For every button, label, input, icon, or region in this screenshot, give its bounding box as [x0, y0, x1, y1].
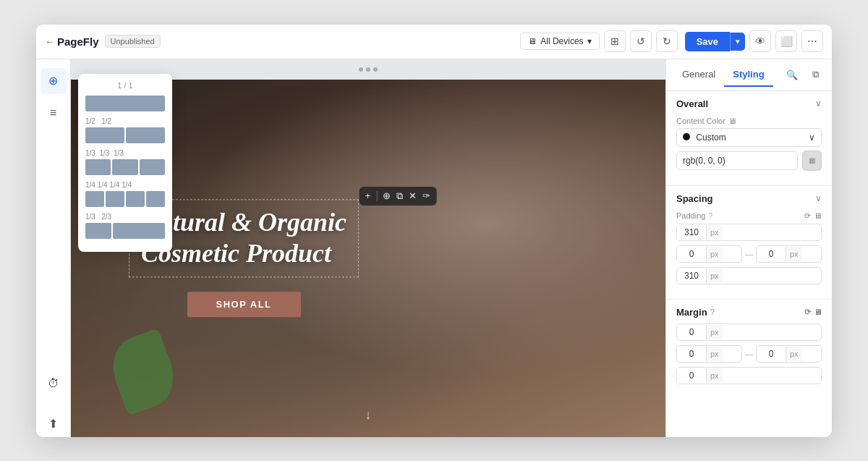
more-options-button[interactable]: ⋯: [801, 30, 823, 52]
margin-right-input[interactable]: [757, 346, 786, 362]
save-dropdown-button[interactable]: ▾: [730, 33, 745, 51]
sidebar-item-add[interactable]: ⊕: [41, 68, 67, 94]
color-input-row: ▦: [676, 151, 822, 171]
undo-button[interactable]: ↺: [630, 30, 652, 52]
padding-right-unit: px: [786, 247, 802, 261]
device-selector[interactable]: 🖥 All Devices ▾: [520, 33, 599, 50]
layout-panel-pager: 1 / 1: [85, 81, 165, 90]
toolbar-copy-icon[interactable]: ⧉: [396, 190, 403, 202]
margin-left-input-group: px: [676, 345, 742, 363]
back-button[interactable]: ← PageFly: [45, 35, 99, 48]
layout-panel: 1 / 1 1/2 1/2 1/3 1/3 1/3: [78, 74, 172, 252]
layout-label-half: 1/2 1/2: [85, 117, 165, 125]
overall-chevron-icon: ∨: [815, 98, 822, 109]
layout-block-lg: [113, 223, 165, 239]
preview-button[interactable]: 👁: [749, 30, 771, 52]
canvas-dot-2: [366, 67, 370, 72]
sidebar-item-history[interactable]: ⏱: [41, 371, 67, 397]
logo-text: PageFly: [57, 35, 99, 48]
tab-styling[interactable]: Styling: [724, 63, 773, 87]
layout-item-thirds[interactable]: 1/3 1/3 1/3: [85, 149, 165, 175]
margin-top-input[interactable]: [677, 324, 706, 340]
color-select-dropdown[interactable]: Custom ∨: [676, 128, 822, 147]
layout-block-full: [85, 96, 165, 111]
layout-item-full[interactable]: [85, 96, 165, 111]
layout-block: [126, 191, 145, 207]
layout-label-asymm: 1/3 2/3: [85, 213, 165, 221]
toolbar-move-icon[interactable]: ⊕: [383, 190, 391, 201]
layout-item-quarters[interactable]: 1/4 1/4 1/4 1/4: [85, 181, 165, 207]
copy-panel-button[interactable]: ⧉: [806, 65, 825, 84]
padding-bottom-input[interactable]: [677, 268, 706, 284]
padding-lr-row: px — px: [676, 245, 822, 263]
device-label: All Devices: [540, 36, 583, 46]
topbar-left: ← PageFly Unpublished: [45, 35, 513, 48]
padding-left-input-group: px: [676, 245, 742, 263]
toolbar-delete-icon[interactable]: ✕: [409, 190, 417, 201]
spacing-section-content: Padding ? ⟳ 🖥 px: [666, 211, 832, 299]
color-swatch[interactable]: ▦: [802, 151, 822, 171]
margin-left-input[interactable]: [677, 346, 706, 362]
margin-bottom-unit: px: [706, 368, 723, 383]
grid-view-btn[interactable]: ⊞: [604, 30, 626, 52]
color-value-input[interactable]: [676, 151, 798, 170]
padding-link-icon[interactable]: ⟳: [804, 211, 811, 221]
margin-bottom-input[interactable]: [677, 368, 706, 384]
margin-link-icon[interactable]: ⟳: [804, 308, 811, 317]
margin-top-row: px: [676, 323, 822, 341]
search-panel-button[interactable]: 🔍: [783, 65, 801, 84]
margin-bottom-row: px: [676, 367, 822, 384]
spacing-chevron-icon: ∨: [815, 193, 822, 203]
save-button[interactable]: Save: [685, 32, 730, 51]
padding-bottom-input-group: px: [676, 267, 822, 284]
content-color-field: Content Color 🖥 Custom ∨: [676, 117, 822, 171]
overall-title: Overall: [676, 98, 708, 109]
margin-section: Margin ? ⟳ 🖥 px: [666, 300, 832, 396]
checkerboard-icon: ▦: [809, 156, 815, 164]
tab-general[interactable]: General: [673, 63, 724, 87]
history-icon: ⏱: [48, 377, 59, 390]
layout-block: [85, 191, 104, 207]
layout-grid-half: [85, 127, 165, 143]
redo-button[interactable]: ↻: [656, 30, 678, 52]
main-area: ⊕ ≡ ⏱ ⬆ 1 / 1 1/2 1/2: [36, 59, 832, 437]
layout-block: [112, 159, 137, 175]
right-panel: General Styling 🔍 ⧉ Overall ∨ Conte: [665, 59, 832, 437]
add-icon: ⊕: [48, 74, 58, 88]
padding-left-input[interactable]: [677, 246, 706, 262]
margin-top-unit: px: [706, 325, 723, 339]
layout-item-half[interactable]: 1/2 1/2: [85, 117, 165, 143]
margin-lr-row: px — px: [676, 345, 822, 363]
margin-right-input-group: px: [756, 345, 822, 363]
spacing-section-header[interactable]: Spacing ∨: [666, 186, 832, 211]
layout-label-quarters: 1/4 1/4 1/4 1/4: [85, 181, 165, 189]
shop-all-button[interactable]: SHOP ALL: [187, 292, 301, 317]
topbar-right: Save ▾ 👁 ⬜ ⋯: [685, 30, 823, 52]
save-group: Save ▾: [685, 32, 745, 51]
padding-bottom-row: px: [676, 267, 822, 284]
padding-right-input[interactable]: [757, 246, 786, 262]
toolbar-add-icon[interactable]: +: [365, 190, 371, 201]
padding-top-input[interactable]: [677, 224, 706, 240]
padding-top-unit: px: [706, 225, 723, 240]
monitor-icon: 🖥: [528, 36, 537, 46]
padding-top-input-group: px: [676, 224, 822, 241]
padding-field: Padding ? ⟳ 🖥 px: [676, 211, 822, 284]
sidebar-item-export[interactable]: ⬆: [41, 411, 67, 437]
layout-item-asymm[interactable]: 1/3 2/3: [85, 213, 165, 239]
canvas-dot-1: [359, 67, 363, 72]
layout-block: [140, 159, 165, 175]
margin-title: Margin: [676, 307, 707, 318]
toolbar-more-icon[interactable]: ✑: [422, 190, 430, 201]
editor-window: ← PageFly Unpublished 🖥 All Devices ▾ ⊞ …: [36, 25, 832, 437]
margin-link-dash: —: [745, 350, 753, 358]
margin-label-row: Margin ? ⟳ 🖥: [676, 307, 822, 318]
fullscreen-button[interactable]: ⬜: [775, 30, 797, 52]
layers-icon: ≡: [50, 106, 56, 119]
overall-section-header[interactable]: Overall ∨: [666, 91, 832, 117]
topbar-center: 🖥 All Devices ▾ ⊞ ↺ ↻: [520, 30, 677, 52]
sidebar-item-layers[interactable]: ≡: [41, 100, 67, 126]
margin-bottom-input-group: px: [676, 367, 822, 384]
color-option-label: Custom: [696, 132, 726, 143]
chevron-down-icon: ▾: [587, 36, 592, 46]
